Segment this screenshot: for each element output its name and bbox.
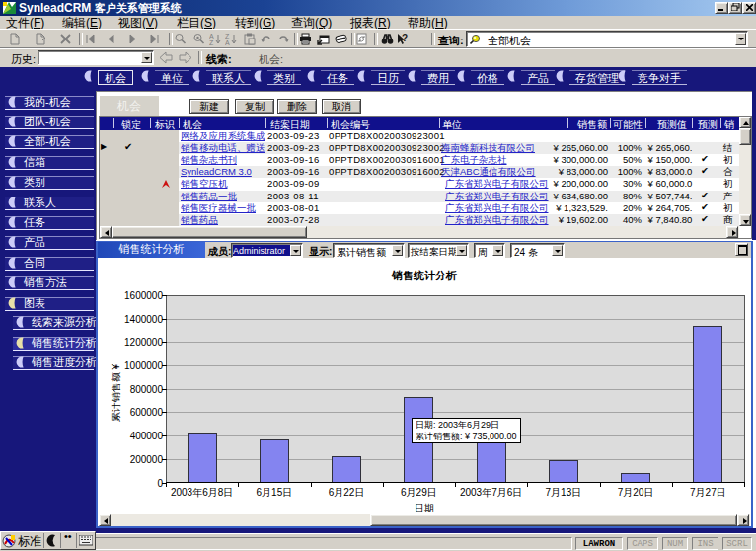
svg-text:?: ? <box>402 33 408 43</box>
svg-text:A: A <box>209 33 214 39</box>
svg-text:Z: Z <box>225 33 230 39</box>
svg-text:Z: Z <box>209 39 214 45</box>
svg-text:A: A <box>225 39 230 45</box>
